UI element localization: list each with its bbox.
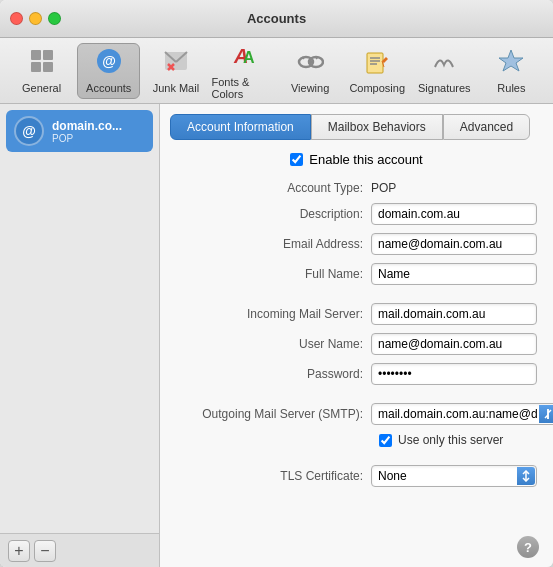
toolbar-item-rules[interactable]: Rules [480, 43, 543, 99]
window-title: Accounts [247, 11, 306, 26]
toolbar-item-viewing[interactable]: Viewing [279, 43, 342, 99]
signatures-label: Signatures [418, 82, 471, 94]
toolbar-item-signatures[interactable]: Signatures [413, 43, 476, 99]
right-panel: Account Information Mailbox Behaviors Ad… [160, 104, 553, 567]
user-name-input[interactable] [371, 333, 537, 355]
password-label: Password: [176, 367, 371, 381]
svg-rect-18 [367, 53, 383, 73]
sidebar: @ domain.co... POP + − [0, 104, 160, 567]
account-type-label: Account Type: [176, 181, 371, 195]
fonts-colors-icon: AA [229, 41, 257, 73]
separator-1 [176, 293, 537, 303]
composing-icon [363, 47, 391, 79]
email-address-row: Email Address: [176, 233, 537, 255]
password-row: Password: [176, 363, 537, 385]
tab-mailbox-behaviors[interactable]: Mailbox Behaviors [311, 114, 443, 140]
description-label: Description: [176, 207, 371, 221]
full-name-label: Full Name: [176, 267, 371, 281]
accounts-icon: @ [95, 47, 123, 79]
toolbar: General @ Accounts Junk Mail AA Fonts & … [0, 38, 553, 104]
svg-rect-1 [43, 50, 53, 60]
sidebar-footer: + − [0, 533, 159, 567]
enable-account-row: Enable this account [176, 152, 537, 167]
maximize-button[interactable] [48, 12, 61, 25]
add-account-button[interactable]: + [8, 540, 30, 562]
full-name-input[interactable] [371, 263, 537, 285]
user-name-label: User Name: [176, 337, 371, 351]
viewing-icon [296, 47, 324, 79]
incoming-mail-server-label: Incoming Mail Server: [176, 307, 371, 321]
main-content: @ domain.co... POP + − Account Informati… [0, 104, 553, 567]
user-name-row: User Name: [176, 333, 537, 355]
tls-row: TLS Certificate: None Allow Required [176, 465, 537, 487]
svg-rect-3 [43, 62, 53, 72]
account-type-row: Account Type: POP [176, 181, 537, 195]
general-icon [28, 47, 56, 79]
sidebar-account-item[interactable]: @ domain.co... POP [6, 110, 153, 152]
smtp-select[interactable]: mail.domain.com.au:name@d [371, 403, 553, 425]
incoming-mail-server-input[interactable] [371, 303, 537, 325]
minimize-button[interactable] [29, 12, 42, 25]
account-type-badge: POP [52, 133, 122, 144]
tab-account-information[interactable]: Account Information [170, 114, 311, 140]
junk-mail-icon [162, 47, 190, 79]
close-button[interactable] [10, 12, 23, 25]
svg-text:A: A [243, 49, 255, 66]
fonts-colors-label: Fonts & Colors [211, 76, 274, 100]
smtp-label: Outgoing Mail Server (SMTP): [176, 407, 371, 421]
password-input[interactable] [371, 363, 537, 385]
account-type-value: POP [371, 181, 396, 195]
use-only-server-label[interactable]: Use only this server [398, 433, 503, 447]
signatures-icon [430, 47, 458, 79]
sidebar-list: @ domain.co... POP [0, 104, 159, 533]
separator-2 [176, 393, 537, 403]
use-only-server-checkbox[interactable] [379, 434, 392, 447]
tls-label: TLS Certificate: [176, 469, 371, 483]
composing-label: Composing [349, 82, 405, 94]
junk-mail-label: Junk Mail [153, 82, 199, 94]
rules-label: Rules [497, 82, 525, 94]
viewing-label: Viewing [291, 82, 329, 94]
full-name-row: Full Name: [176, 263, 537, 285]
svg-rect-15 [308, 60, 312, 64]
svg-text:@: @ [22, 123, 36, 139]
toolbar-item-accounts[interactable]: @ Accounts [77, 43, 140, 99]
help-button[interactable]: ? [517, 536, 539, 558]
titlebar: Accounts [0, 0, 553, 38]
smtp-row: Outgoing Mail Server (SMTP): mail.domain… [176, 403, 537, 425]
tls-dropdown-wrap: None Allow Required [371, 465, 537, 487]
enable-account-checkbox[interactable] [290, 153, 303, 166]
email-address-label: Email Address: [176, 237, 371, 251]
account-info: domain.co... POP [52, 119, 122, 144]
tabs: Account Information Mailbox Behaviors Ad… [160, 104, 553, 140]
svg-rect-2 [31, 62, 41, 72]
account-icon: @ [14, 116, 44, 146]
window-controls [10, 12, 61, 25]
svg-rect-0 [31, 50, 41, 60]
separator-3 [176, 455, 537, 465]
accounts-label: Accounts [86, 82, 131, 94]
email-address-input[interactable] [371, 233, 537, 255]
remove-account-button[interactable]: − [34, 540, 56, 562]
general-label: General [22, 82, 61, 94]
account-name: domain.co... [52, 119, 122, 133]
panel-footer: ? [160, 527, 553, 567]
window: Accounts General @ Accounts Junk Mail [0, 0, 553, 567]
incoming-mail-server-row: Incoming Mail Server: [176, 303, 537, 325]
use-only-server-row: Use only this server [379, 433, 537, 447]
enable-account-label[interactable]: Enable this account [309, 152, 422, 167]
svg-text:@: @ [102, 53, 116, 69]
tls-select[interactable]: None Allow Required [371, 465, 537, 487]
svg-marker-23 [499, 50, 523, 71]
toolbar-item-composing[interactable]: Composing [346, 43, 409, 99]
toolbar-item-fonts-colors[interactable]: AA Fonts & Colors [211, 43, 274, 99]
form-area: Enable this account Account Type: POP De… [160, 140, 553, 527]
description-input[interactable] [371, 203, 537, 225]
toolbar-item-junk-mail[interactable]: Junk Mail [144, 43, 207, 99]
tab-advanced[interactable]: Advanced [443, 114, 530, 140]
rules-icon [497, 47, 525, 79]
toolbar-item-general[interactable]: General [10, 43, 73, 99]
smtp-dropdown-wrap: mail.domain.com.au:name@d [371, 403, 553, 425]
description-row: Description: [176, 203, 537, 225]
